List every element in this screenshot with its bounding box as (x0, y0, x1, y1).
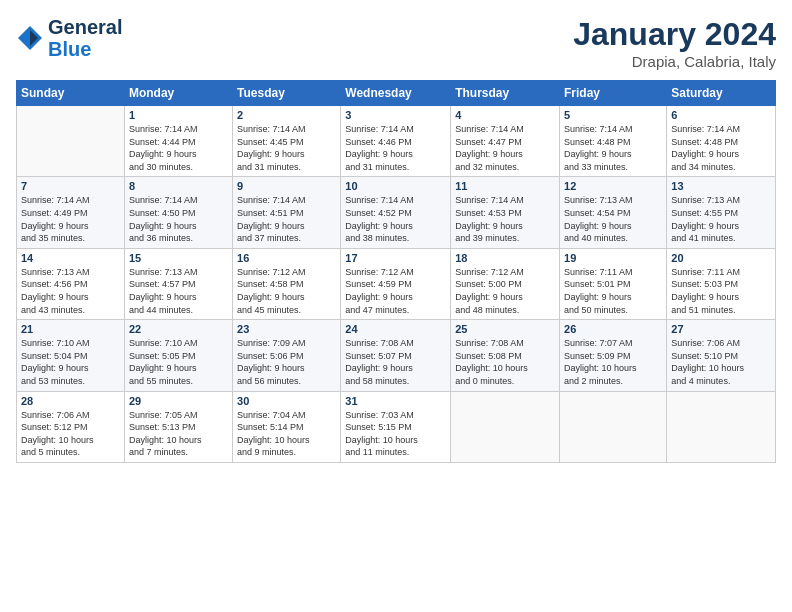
day-number: 20 (671, 252, 771, 264)
day-number: 8 (129, 180, 228, 192)
day-number: 24 (345, 323, 446, 335)
day-info: Sunrise: 7:14 AM Sunset: 4:51 PM Dayligh… (237, 194, 336, 244)
calendar-cell: 22Sunrise: 7:10 AM Sunset: 5:05 PM Dayli… (124, 320, 232, 391)
calendar-cell: 4Sunrise: 7:14 AM Sunset: 4:47 PM Daylig… (451, 106, 560, 177)
day-number: 16 (237, 252, 336, 264)
day-number: 31 (345, 395, 446, 407)
day-number: 13 (671, 180, 771, 192)
title-block: January 2024 Drapia, Calabria, Italy (573, 16, 776, 70)
calendar-cell: 7Sunrise: 7:14 AM Sunset: 4:49 PM Daylig… (17, 177, 125, 248)
cal-title: January 2024 (573, 16, 776, 53)
day-info: Sunrise: 7:14 AM Sunset: 4:45 PM Dayligh… (237, 123, 336, 173)
calendar-cell (451, 391, 560, 462)
col-tuesday: Tuesday (233, 81, 341, 106)
logo-icon (16, 24, 44, 52)
day-number: 3 (345, 109, 446, 121)
day-number: 26 (564, 323, 662, 335)
calendar-cell (667, 391, 776, 462)
day-number: 17 (345, 252, 446, 264)
day-number: 5 (564, 109, 662, 121)
day-number: 12 (564, 180, 662, 192)
day-number: 21 (21, 323, 120, 335)
calendar-cell: 15Sunrise: 7:13 AM Sunset: 4:57 PM Dayli… (124, 248, 232, 319)
day-number: 11 (455, 180, 555, 192)
day-number: 7 (21, 180, 120, 192)
day-info: Sunrise: 7:12 AM Sunset: 5:00 PM Dayligh… (455, 266, 555, 316)
col-wednesday: Wednesday (341, 81, 451, 106)
calendar-cell: 21Sunrise: 7:10 AM Sunset: 5:04 PM Dayli… (17, 320, 125, 391)
calendar-cell: 30Sunrise: 7:04 AM Sunset: 5:14 PM Dayli… (233, 391, 341, 462)
day-info: Sunrise: 7:13 AM Sunset: 4:54 PM Dayligh… (564, 194, 662, 244)
calendar-cell: 26Sunrise: 7:07 AM Sunset: 5:09 PM Dayli… (560, 320, 667, 391)
day-number: 10 (345, 180, 446, 192)
calendar-cell: 2Sunrise: 7:14 AM Sunset: 4:45 PM Daylig… (233, 106, 341, 177)
col-saturday: Saturday (667, 81, 776, 106)
day-number: 1 (129, 109, 228, 121)
day-info: Sunrise: 7:14 AM Sunset: 4:46 PM Dayligh… (345, 123, 446, 173)
day-number: 2 (237, 109, 336, 121)
day-info: Sunrise: 7:06 AM Sunset: 5:12 PM Dayligh… (21, 409, 120, 459)
calendar-cell: 19Sunrise: 7:11 AM Sunset: 5:01 PM Dayli… (560, 248, 667, 319)
day-number: 6 (671, 109, 771, 121)
day-number: 28 (21, 395, 120, 407)
day-number: 4 (455, 109, 555, 121)
day-number: 25 (455, 323, 555, 335)
header-row: Sunday Monday Tuesday Wednesday Thursday… (17, 81, 776, 106)
day-info: Sunrise: 7:14 AM Sunset: 4:48 PM Dayligh… (564, 123, 662, 173)
calendar-cell: 27Sunrise: 7:06 AM Sunset: 5:10 PM Dayli… (667, 320, 776, 391)
calendar-cell: 1Sunrise: 7:14 AM Sunset: 4:44 PM Daylig… (124, 106, 232, 177)
day-info: Sunrise: 7:14 AM Sunset: 4:47 PM Dayligh… (455, 123, 555, 173)
calendar-cell: 3Sunrise: 7:14 AM Sunset: 4:46 PM Daylig… (341, 106, 451, 177)
day-info: Sunrise: 7:10 AM Sunset: 5:04 PM Dayligh… (21, 337, 120, 387)
day-number: 15 (129, 252, 228, 264)
day-info: Sunrise: 7:14 AM Sunset: 4:48 PM Dayligh… (671, 123, 771, 173)
day-info: Sunrise: 7:14 AM Sunset: 4:44 PM Dayligh… (129, 123, 228, 173)
calendar-cell: 23Sunrise: 7:09 AM Sunset: 5:06 PM Dayli… (233, 320, 341, 391)
page: General Blue January 2024 Drapia, Calabr… (0, 0, 792, 612)
day-number: 29 (129, 395, 228, 407)
calendar-cell: 8Sunrise: 7:14 AM Sunset: 4:50 PM Daylig… (124, 177, 232, 248)
calendar-cell: 25Sunrise: 7:08 AM Sunset: 5:08 PM Dayli… (451, 320, 560, 391)
week-row-2: 14Sunrise: 7:13 AM Sunset: 4:56 PM Dayli… (17, 248, 776, 319)
day-number: 19 (564, 252, 662, 264)
day-info: Sunrise: 7:03 AM Sunset: 5:15 PM Dayligh… (345, 409, 446, 459)
calendar-cell: 28Sunrise: 7:06 AM Sunset: 5:12 PM Dayli… (17, 391, 125, 462)
day-info: Sunrise: 7:04 AM Sunset: 5:14 PM Dayligh… (237, 409, 336, 459)
calendar-cell: 9Sunrise: 7:14 AM Sunset: 4:51 PM Daylig… (233, 177, 341, 248)
day-info: Sunrise: 7:08 AM Sunset: 5:08 PM Dayligh… (455, 337, 555, 387)
day-info: Sunrise: 7:14 AM Sunset: 4:49 PM Dayligh… (21, 194, 120, 244)
calendar-cell: 20Sunrise: 7:11 AM Sunset: 5:03 PM Dayli… (667, 248, 776, 319)
week-row-0: 1Sunrise: 7:14 AM Sunset: 4:44 PM Daylig… (17, 106, 776, 177)
calendar-cell: 17Sunrise: 7:12 AM Sunset: 4:59 PM Dayli… (341, 248, 451, 319)
day-info: Sunrise: 7:10 AM Sunset: 5:05 PM Dayligh… (129, 337, 228, 387)
day-info: Sunrise: 7:06 AM Sunset: 5:10 PM Dayligh… (671, 337, 771, 387)
header: General Blue January 2024 Drapia, Calabr… (16, 16, 776, 70)
calendar-cell: 13Sunrise: 7:13 AM Sunset: 4:55 PM Dayli… (667, 177, 776, 248)
day-info: Sunrise: 7:13 AM Sunset: 4:55 PM Dayligh… (671, 194, 771, 244)
day-number: 27 (671, 323, 771, 335)
calendar-cell: 31Sunrise: 7:03 AM Sunset: 5:15 PM Dayli… (341, 391, 451, 462)
day-info: Sunrise: 7:12 AM Sunset: 4:58 PM Dayligh… (237, 266, 336, 316)
calendar-cell: 11Sunrise: 7:14 AM Sunset: 4:53 PM Dayli… (451, 177, 560, 248)
calendar-cell: 29Sunrise: 7:05 AM Sunset: 5:13 PM Dayli… (124, 391, 232, 462)
day-info: Sunrise: 7:14 AM Sunset: 4:50 PM Dayligh… (129, 194, 228, 244)
day-number: 9 (237, 180, 336, 192)
day-number: 23 (237, 323, 336, 335)
calendar-cell: 18Sunrise: 7:12 AM Sunset: 5:00 PM Dayli… (451, 248, 560, 319)
col-thursday: Thursday (451, 81, 560, 106)
calendar-cell: 14Sunrise: 7:13 AM Sunset: 4:56 PM Dayli… (17, 248, 125, 319)
col-friday: Friday (560, 81, 667, 106)
col-monday: Monday (124, 81, 232, 106)
week-row-1: 7Sunrise: 7:14 AM Sunset: 4:49 PM Daylig… (17, 177, 776, 248)
week-row-4: 28Sunrise: 7:06 AM Sunset: 5:12 PM Dayli… (17, 391, 776, 462)
day-info: Sunrise: 7:09 AM Sunset: 5:06 PM Dayligh… (237, 337, 336, 387)
day-info: Sunrise: 7:13 AM Sunset: 4:57 PM Dayligh… (129, 266, 228, 316)
day-info: Sunrise: 7:12 AM Sunset: 4:59 PM Dayligh… (345, 266, 446, 316)
calendar-table: Sunday Monday Tuesday Wednesday Thursday… (16, 80, 776, 463)
day-info: Sunrise: 7:11 AM Sunset: 5:03 PM Dayligh… (671, 266, 771, 316)
cal-subtitle: Drapia, Calabria, Italy (573, 53, 776, 70)
logo: General Blue (16, 16, 122, 60)
calendar-cell: 16Sunrise: 7:12 AM Sunset: 4:58 PM Dayli… (233, 248, 341, 319)
calendar-cell: 5Sunrise: 7:14 AM Sunset: 4:48 PM Daylig… (560, 106, 667, 177)
calendar-cell: 10Sunrise: 7:14 AM Sunset: 4:52 PM Dayli… (341, 177, 451, 248)
